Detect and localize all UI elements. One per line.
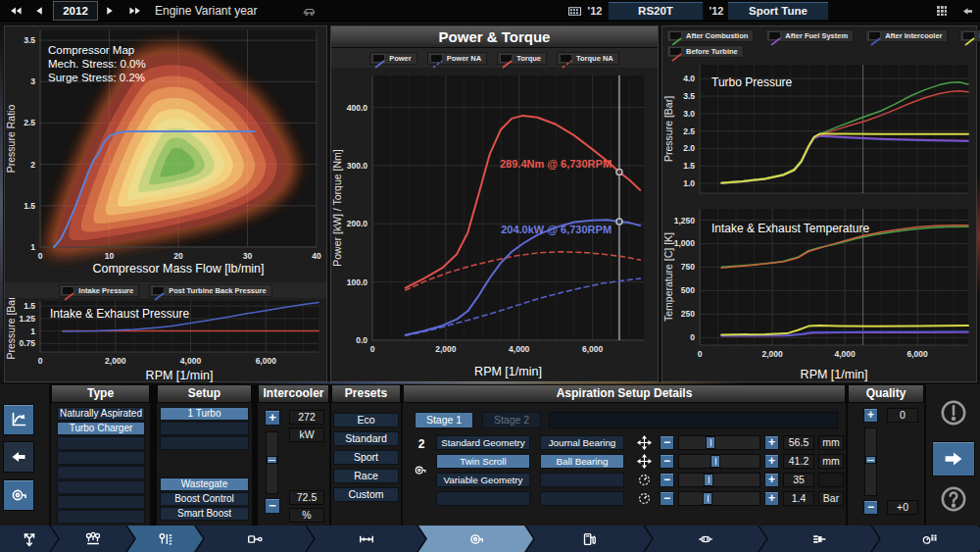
boost-control-option[interactable]: Boost Control	[160, 492, 249, 506]
slider-increase-button[interactable]: +	[764, 454, 779, 469]
next-step-button[interactable]	[932, 441, 975, 477]
aspiration-slider[interactable]	[678, 473, 760, 487]
quality-increase-button[interactable]: +	[863, 408, 878, 423]
intercooler-slider-knob[interactable]	[267, 456, 277, 464]
top-bar: 2012 Engine Variant year '12 RS20T '12 S…	[0, 0, 980, 22]
svg-text:3.5: 3.5	[24, 35, 35, 45]
tab-valvetrain[interactable]	[127, 526, 203, 552]
year-skip-forward-button[interactable]	[122, 1, 149, 21]
tab-crankshaft[interactable]	[307, 526, 425, 552]
bearing-option[interactable]	[540, 473, 624, 487]
setup-empty-slot	[160, 436, 249, 450]
type-option[interactable]: Naturally Aspirated	[57, 407, 145, 421]
intercooler-percent-unit: %	[289, 508, 324, 523]
geometry-option[interactable]: Twin Scroll	[436, 454, 530, 469]
type-option[interactable]: Turbo Charger	[57, 422, 145, 435]
legend-label: Post Turbine Back Pressure	[169, 286, 266, 295]
grid-view-button[interactable]	[931, 1, 953, 21]
legend-label: After Combustion	[686, 31, 748, 40]
quality-value: 0	[887, 408, 918, 423]
aspiration-slider[interactable]	[678, 491, 760, 506]
aspiration-slider[interactable]	[678, 454, 760, 469]
aspiration-slider-knob[interactable]	[710, 455, 720, 468]
tab-exhaust[interactable]	[645, 526, 766, 552]
power-torque-legend: PowerPower NATorqueTorque NA	[331, 48, 658, 68]
stage-tab-1[interactable]: Stage 1	[415, 412, 473, 428]
bearing-option[interactable]: Ball Bearing	[540, 454, 624, 469]
aspiration-slider-knob[interactable]	[704, 474, 713, 486]
slider-decrease-button[interactable]: −	[660, 435, 674, 450]
legend-swatch-icon	[669, 31, 682, 40]
tab-top-end[interactable]	[51, 526, 134, 552]
slider-increase-button[interactable]: +	[764, 491, 779, 506]
slider-increase-button[interactable]: +	[764, 473, 779, 487]
quality-slider[interactable]	[864, 427, 877, 496]
legend-label: After Fuel System	[785, 31, 848, 40]
slider-decrease-button[interactable]: −	[660, 454, 674, 469]
geometry-option[interactable]	[436, 491, 530, 506]
setup-gap	[160, 451, 249, 477]
compressor_map-svg: 01020304011.522.533.5Compressor Mass Flo…	[5, 26, 326, 278]
engine-family-button[interactable]: RS20T	[608, 1, 704, 21]
car-icon	[298, 1, 319, 21]
geometry-option[interactable]: Standard Geometry	[436, 435, 530, 450]
aspiration-slider-knob[interactable]	[706, 436, 715, 449]
legend-item: After Combustion	[666, 29, 754, 42]
dyno-graph-button[interactable]	[3, 404, 34, 435]
slider-increase-button[interactable]: +	[764, 435, 779, 450]
tab-testing[interactable]	[872, 526, 980, 552]
legend-item: After Fuel System	[765, 29, 854, 42]
svg-text:RPM [1/min]: RPM [1/min]	[146, 369, 214, 382]
aspiration-button[interactable]	[3, 479, 34, 511]
year-back-button[interactable]	[29, 1, 49, 21]
year-skip-back-button[interactable]	[4, 1, 27, 21]
quality-slider-knob[interactable]	[865, 456, 876, 464]
geometry-option[interactable]: Variable Geometry	[436, 473, 530, 487]
preset-eco[interactable]: Eco	[333, 413, 399, 427]
tab-family-tree[interactable]	[0, 526, 58, 552]
help-button[interactable]	[939, 484, 968, 514]
tab-fuel-system[interactable]	[526, 526, 652, 552]
tab-bottom-end[interactable]	[196, 526, 314, 552]
back-button[interactable]	[956, 1, 978, 21]
aspiration-slider[interactable]	[678, 435, 760, 450]
engine-variant-button[interactable]: Sport Tune	[727, 1, 829, 21]
bearing-option[interactable]	[540, 491, 624, 506]
preset-sport[interactable]: Sport	[333, 450, 399, 465]
type-empty-slot	[57, 466, 145, 479]
slider-value: 35	[783, 473, 814, 487]
svg-text:2,000: 2,000	[761, 349, 783, 359]
svg-text:RPM [1/min]: RPM [1/min]	[801, 368, 868, 381]
setup-option[interactable]: 1 Turbo	[160, 407, 249, 421]
intercooler-increase-button[interactable]: +	[265, 410, 280, 426]
warnings-button[interactable]	[939, 398, 968, 427]
legend-item: Post Turbine Back Pressure	[149, 284, 271, 297]
boost-control-option[interactable]: Smart Boost	[160, 507, 249, 521]
boost-control-option[interactable]: Wastegate	[160, 477, 249, 491]
skip-prev-icon	[9, 4, 23, 18]
stage-tab-2[interactable]: Stage 2	[482, 412, 541, 428]
aspiration-column: Aspiration Setup Details Stage 1Stage 22…	[403, 384, 846, 526]
preset-custom[interactable]: Custom	[333, 487, 399, 502]
aspiration-slider-knob[interactable]	[703, 492, 712, 505]
slider-decrease-button[interactable]: −	[660, 491, 674, 506]
power_torque-svg: 289.4Nm @ 6,730RPM204.0kW @ 6,730RPM02,0…	[331, 68, 658, 381]
preset-race[interactable]: Race	[333, 469, 399, 483]
svg-text:4,000: 4,000	[509, 344, 530, 354]
family-tree-icon	[21, 530, 38, 548]
turbo_pressure-svg: 1.01.52.02.53.03.54.0Pressure [Bar]Turbo…	[662, 61, 976, 201]
quality-decrease-button[interactable]: −	[863, 500, 878, 515]
intercooler-decrease-button[interactable]: −	[265, 498, 280, 514]
intercooler-column: Intercooler +−272kW72.5%	[258, 384, 329, 526]
slider-decrease-button[interactable]: −	[660, 473, 674, 487]
year-forward-button[interactable]	[100, 1, 120, 21]
bearing-option[interactable]: Journal Bearing	[540, 435, 624, 450]
preset-standard[interactable]: Standard	[333, 431, 399, 446]
tab-dyno[interactable]	[760, 526, 879, 552]
fuel-system-icon	[580, 530, 598, 548]
svg-text:6,000: 6,000	[256, 356, 277, 366]
tab-aspiration[interactable]	[418, 526, 533, 552]
svg-text:10: 10	[105, 251, 115, 261]
back-arrow-button[interactable]	[3, 441, 34, 473]
intercooler-slider[interactable]	[266, 431, 278, 494]
